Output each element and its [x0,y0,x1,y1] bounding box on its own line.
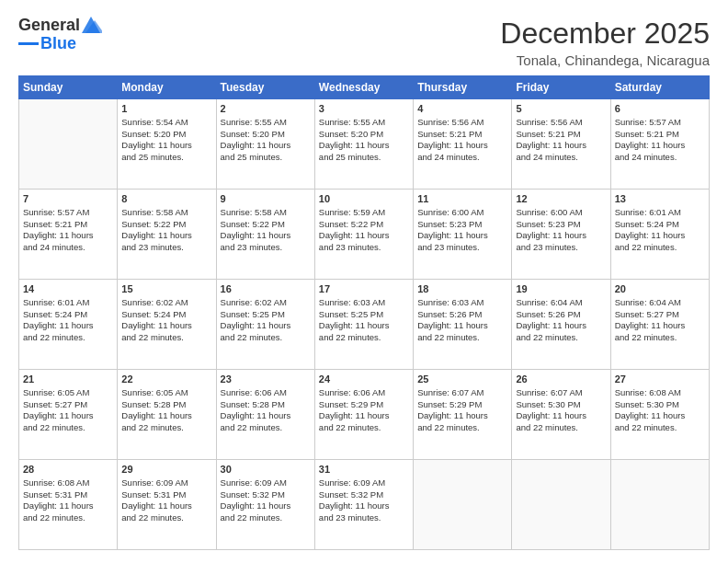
day-info-line: Daylight: 11 hours [615,410,705,422]
day-info-line: Daylight: 11 hours [221,140,311,152]
logo: General Blue [18,17,102,53]
day-info-line: Daylight: 11 hours [23,500,113,512]
location-title: Tonala, Chinandega, Nicaragua [500,52,710,68]
day-info-line: Sunrise: 6:04 AM [615,297,705,309]
day-info-line: Sunrise: 6:00 AM [516,207,606,219]
day-info-line: Sunrise: 6:02 AM [121,297,211,309]
calendar-day-cell: 31Sunrise: 6:09 AMSunset: 5:32 PMDayligh… [314,460,413,550]
calendar-day-cell: 3Sunrise: 5:55 AMSunset: 5:20 PMDaylight… [314,99,413,190]
calendar-day-cell: 10Sunrise: 5:59 AMSunset: 5:22 PMDayligh… [314,190,413,280]
page: General Blue December 2025 Tonala, China… [0,0,728,563]
day-info-line: Sunrise: 6:03 AM [319,297,409,309]
day-info-line: Sunset: 5:31 PM [121,489,211,501]
day-info-line: Daylight: 11 hours [615,140,705,152]
day-info-line: Daylight: 11 hours [516,230,606,242]
day-info-line: Sunrise: 6:06 AM [221,387,311,399]
day-info-line: Sunset: 5:30 PM [516,399,606,411]
weekday-header-cell: Monday [118,76,216,99]
day-info-line: Daylight: 11 hours [516,320,606,332]
day-info-line: Sunrise: 6:00 AM [417,207,507,219]
calendar-day-cell: 19Sunrise: 6:04 AMSunset: 5:26 PMDayligh… [512,280,610,370]
day-info-line: Sunrise: 6:06 AM [319,387,409,399]
day-info-line: Sunrise: 6:08 AM [23,477,113,489]
calendar-day-cell: 7Sunrise: 5:57 AMSunset: 5:21 PMDaylight… [19,190,118,280]
day-info-line: Daylight: 11 hours [23,410,113,422]
day-info-line: Sunset: 5:21 PM [23,219,113,231]
day-info-line: Daylight: 11 hours [221,230,311,242]
day-number: 9 [221,192,311,206]
day-info-line: Sunset: 5:21 PM [615,129,705,141]
day-info-line: and 22 minutes. [615,332,705,344]
day-info-line: and 22 minutes. [319,422,409,434]
day-info-line: and 23 minutes. [121,242,211,254]
calendar-day-cell: 13Sunrise: 6:01 AMSunset: 5:24 PMDayligh… [610,190,709,280]
day-info-line: and 24 minutes. [417,152,507,164]
day-info-line: Sunrise: 6:08 AM [615,387,705,399]
calendar-day-cell: 17Sunrise: 6:03 AMSunset: 5:25 PMDayligh… [314,280,413,370]
calendar-day-cell: 4Sunrise: 5:56 AMSunset: 5:21 PMDaylight… [414,99,512,190]
day-info-line: Sunset: 5:20 PM [221,129,311,141]
day-info-line: Daylight: 11 hours [615,320,705,332]
day-info-line: and 24 minutes. [615,152,705,164]
day-number: 2 [221,102,311,116]
day-info-line: Sunrise: 5:55 AM [221,117,311,129]
day-number: 8 [121,192,211,206]
day-number: 29 [121,463,211,477]
day-info-line: Daylight: 11 hours [417,230,507,242]
day-info-line: and 22 minutes. [23,332,113,344]
day-number: 4 [417,102,507,116]
day-number: 24 [319,373,409,386]
day-info-line: Daylight: 11 hours [319,140,409,152]
day-info-line: Sunset: 5:22 PM [121,219,211,231]
calendar-day-cell: 22Sunrise: 6:05 AMSunset: 5:28 PMDayligh… [118,370,216,460]
day-info-line: Daylight: 11 hours [417,410,507,422]
day-info-line: and 22 minutes. [417,422,507,434]
day-info-line: Sunrise: 5:56 AM [516,117,606,129]
day-info-line: and 22 minutes. [221,422,311,434]
calendar-day-cell: 1Sunrise: 5:54 AMSunset: 5:20 PMDaylight… [118,99,216,190]
day-info-line: Sunrise: 5:58 AM [221,207,311,219]
day-info-line: Sunset: 5:23 PM [417,219,507,231]
calendar-day-cell: 20Sunrise: 6:04 AMSunset: 5:27 PMDayligh… [610,280,709,370]
day-info-line: Sunset: 5:21 PM [516,129,606,141]
day-info-line: Sunset: 5:26 PM [417,309,507,321]
day-info-line: Sunrise: 5:58 AM [121,207,211,219]
title-block: December 2025 Tonala, Chinandega, Nicara… [500,17,710,68]
day-info-line: and 25 minutes. [121,152,211,164]
day-info-line: Sunrise: 6:05 AM [23,387,113,399]
day-info-line: Sunset: 5:23 PM [516,219,606,231]
calendar-day-cell: 6Sunrise: 5:57 AMSunset: 5:21 PMDaylight… [610,99,709,190]
weekday-header-cell: Wednesday [314,76,413,99]
day-info-line: and 22 minutes. [516,332,606,344]
day-info-line: Daylight: 11 hours [121,320,211,332]
calendar-day-cell [414,460,512,550]
day-info-line: and 22 minutes. [23,422,113,434]
day-info-line: Daylight: 11 hours [615,230,705,242]
day-info-line: Sunset: 5:26 PM [516,309,606,321]
calendar-day-cell: 28Sunrise: 6:08 AMSunset: 5:31 PMDayligh… [19,460,118,550]
day-info-line: Sunset: 5:31 PM [23,489,113,501]
day-number: 14 [23,282,113,296]
day-number: 23 [221,373,311,386]
calendar-day-cell: 24Sunrise: 6:06 AMSunset: 5:29 PMDayligh… [314,370,413,460]
day-info-line: and 23 minutes. [417,242,507,254]
calendar-day-cell: 21Sunrise: 6:05 AMSunset: 5:27 PMDayligh… [19,370,118,460]
day-info-line: Sunrise: 5:59 AM [319,207,409,219]
day-info-line: Sunset: 5:28 PM [221,399,311,411]
day-info-line: and 23 minutes. [319,242,409,254]
weekday-header-cell: Saturday [610,76,709,99]
day-info-line: Daylight: 11 hours [319,500,409,512]
weekday-header-cell: Thursday [414,76,512,99]
calendar-day-cell: 5Sunrise: 5:56 AMSunset: 5:21 PMDaylight… [512,99,610,190]
weekday-header-cell: Sunday [19,76,118,99]
day-info-line: Sunset: 5:29 PM [319,399,409,411]
calendar-day-cell: 30Sunrise: 6:09 AMSunset: 5:32 PMDayligh… [216,460,314,550]
day-info-line: Sunrise: 6:01 AM [615,207,705,219]
calendar-day-cell: 14Sunrise: 6:01 AMSunset: 5:24 PMDayligh… [19,280,118,370]
day-info-line: and 22 minutes. [615,422,705,434]
day-info-line: Sunrise: 5:57 AM [23,207,113,219]
day-number: 22 [121,373,211,386]
weekday-header-cell: Friday [512,76,610,99]
header: General Blue December 2025 Tonala, China… [18,17,710,68]
day-info-line: Sunset: 5:25 PM [319,309,409,321]
